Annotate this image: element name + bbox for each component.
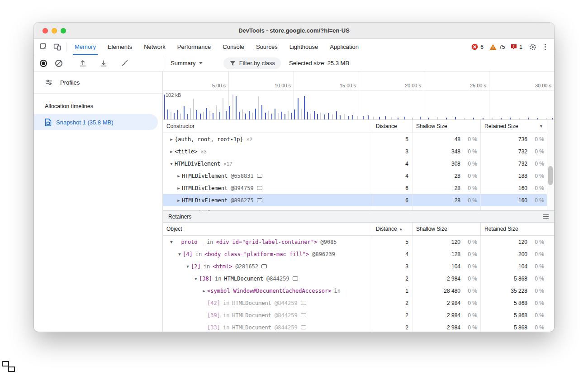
expanded-arrow-icon[interactable]: ▼ — [193, 276, 199, 281]
retainers-menu-button[interactable] — [543, 214, 549, 219]
collapsed-arrow-icon[interactable]: ▶ — [201, 289, 207, 293]
distance-cell: 2 — [372, 321, 412, 332]
collapsed-arrow-icon[interactable]: ▶ — [168, 137, 175, 142]
retainer-row[interactable]: ▼[2]in<html>@28165231040 %1040 % — [163, 260, 547, 272]
retainers-section: Retainers Object Distance▲ Shallow Size … — [163, 210, 554, 332]
reveal-icon[interactable] — [257, 174, 262, 178]
column-header-shallow-size[interactable]: Shallow Size — [412, 120, 480, 133]
timeline-bar — [336, 111, 337, 119]
constructor-row[interactable]: ▶HTMLDivElement — [163, 206, 547, 210]
collapsed-arrow-icon[interactable]: ▶ — [168, 149, 175, 154]
tab-lighthouse[interactable]: Lighthouse — [284, 39, 324, 55]
retained-size-cell: 1200 % — [480, 236, 547, 248]
collapsed-arrow-icon[interactable]: ▶ — [175, 174, 182, 178]
tab-application[interactable]: Application — [324, 39, 365, 55]
retainer-row[interactable]: [42]inHTMLDocument@84425922 9840 %5 8680… — [163, 297, 547, 309]
tab-memory[interactable]: Memory — [69, 39, 102, 55]
tab-network[interactable]: Network — [138, 39, 171, 55]
retainer-row[interactable]: ▼[4]in<body class="platform-mac fill">@8… — [163, 248, 547, 260]
perspective-label: Summary — [171, 60, 196, 67]
object-cell: [42]inHTMLDocument@844259 — [163, 297, 372, 309]
profiles-header[interactable]: Profiles — [34, 71, 162, 94]
load-profile-button[interactable] — [76, 59, 90, 67]
collect-garbage-button[interactable] — [118, 59, 131, 67]
shallow-size-cell: 2 9840 % — [412, 321, 480, 332]
expanded-arrow-icon[interactable]: ▼ — [176, 252, 183, 257]
column-header-retained-size[interactable]: Retained Size▼ — [480, 120, 547, 133]
constructor-row[interactable]: ▶HTMLDivElement@8947596280 %1600 % — [163, 182, 547, 194]
timeline-bar — [391, 117, 392, 119]
timeline-bar — [298, 98, 299, 119]
constructor-row[interactable]: ▶HTMLDivElement@8962756280 %1600 % — [163, 194, 547, 206]
column-header-constructor[interactable]: Constructor — [163, 120, 372, 133]
minimize-window-button[interactable] — [52, 28, 57, 33]
issues-counter[interactable]: 1 — [508, 44, 525, 50]
reveal-icon[interactable] — [257, 198, 262, 202]
reveal-icon[interactable] — [293, 276, 298, 281]
retainer-row[interactable]: ▼[38]inHTMLDocument@84425922 9840 %5 868… — [163, 272, 547, 285]
retained-size-cell: 7320 % — [480, 157, 547, 170]
shallow-size-cell: 3080 % — [412, 157, 480, 170]
tab-sources[interactable]: Sources — [250, 39, 284, 55]
reveal-icon[interactable] — [301, 325, 306, 329]
timeline-bar — [357, 116, 358, 119]
constructor-row[interactable]: ▶<title>×333480 %7320 % — [163, 145, 547, 157]
clear-profiles-button[interactable] — [55, 60, 62, 67]
reveal-icon[interactable] — [301, 313, 306, 317]
timeline[interactable]: 5.00 s10.00 s15.00 s20.00 s25.00 s30.00 … — [163, 71, 554, 120]
column-header-object[interactable]: Object — [163, 223, 372, 235]
timeline-bar — [437, 117, 438, 119]
reveal-icon[interactable] — [257, 186, 262, 190]
expanded-arrow-icon[interactable]: ▼ — [168, 162, 175, 166]
expanded-arrow-icon[interactable]: ▼ — [185, 264, 191, 269]
timeline-bar — [455, 117, 456, 119]
column-header-shallow-size[interactable]: Shallow Size — [412, 223, 480, 235]
expanded-arrow-icon[interactable]: ▼ — [168, 240, 175, 244]
distance-cell: 5 — [372, 236, 412, 248]
reveal-icon[interactable] — [301, 301, 306, 305]
collapsed-arrow-icon[interactable]: ▶ — [175, 186, 182, 190]
constructor-row[interactable]: ▶HTMLDivElement@6588314280 %1880 % — [163, 170, 547, 182]
collapsed-arrow-icon[interactable]: ▶ — [175, 198, 182, 203]
column-header-distance[interactable]: Distance — [372, 120, 412, 133]
zoom-window-button[interactable] — [61, 28, 66, 33]
tab-performance[interactable]: Performance — [171, 39, 217, 55]
timeline-bar — [428, 118, 429, 119]
constructor-cell: ▼HTMLDivElement×17 — [163, 157, 372, 170]
retained-size-cell: 7320 % — [480, 145, 547, 157]
allocation-timelines-label: Allocation timelines — [45, 103, 162, 109]
timeline-bar — [385, 116, 386, 119]
constructor-row[interactable]: ▶{auth, root, root-1p}×25480 %7360 % — [163, 133, 547, 145]
reveal-icon[interactable] — [261, 264, 267, 268]
constructor-row[interactable]: ▼HTMLDivElement×1743080 %7320 % — [163, 157, 547, 170]
column-header-distance[interactable]: Distance▲ — [372, 223, 412, 235]
save-profile-button[interactable] — [97, 59, 110, 67]
record-heap-button[interactable] — [40, 60, 47, 67]
timeline-bar — [271, 114, 272, 119]
scrollbar-thumb[interactable] — [548, 166, 553, 185]
close-window-button[interactable] — [43, 28, 48, 33]
settings-button[interactable] — [526, 43, 540, 51]
device-toolbar-button[interactable] — [50, 39, 64, 55]
retainer-row[interactable]: [39]inHTMLDocument@84425922 9840 %5 8680… — [163, 309, 547, 321]
warning-counter[interactable]: 75 — [487, 44, 507, 50]
perspective-select[interactable]: Summary — [168, 60, 205, 67]
retainer-row[interactable]: ▼__proto__in<div id="grid-label-containe… — [163, 236, 547, 248]
timeline-bar — [219, 112, 220, 119]
tab-console[interactable]: Console — [217, 39, 250, 55]
retainer-row[interactable]: ▶<symbol Window#DocumentCachedAccessor>i… — [163, 285, 547, 297]
timeline-tick-label: 20.00 s — [405, 83, 424, 88]
scrollbar-track[interactable] — [547, 120, 554, 210]
class-filter-input[interactable]: Filter by class — [223, 57, 281, 69]
more-options-button[interactable] — [541, 44, 550, 50]
tab-elements[interactable]: Elements — [102, 39, 138, 55]
retainer-row[interactable]: [33]inHTMLDocument@84425922 9840 %5 8680… — [163, 321, 547, 332]
snapshot-item[interactable]: Snapshot 1 (35.8 MB) — [34, 114, 158, 130]
column-header-retained-size[interactable]: Retained Size — [480, 223, 547, 235]
timeline-bar — [373, 117, 374, 119]
titlebar[interactable]: DevTools - store.google.com/?hl=en-US — [34, 23, 554, 39]
error-counter[interactable]: 6 — [469, 43, 486, 50]
timeline-bar — [249, 111, 250, 119]
inspect-element-button[interactable] — [37, 39, 50, 55]
retainers-title: Retainers — [168, 214, 191, 220]
